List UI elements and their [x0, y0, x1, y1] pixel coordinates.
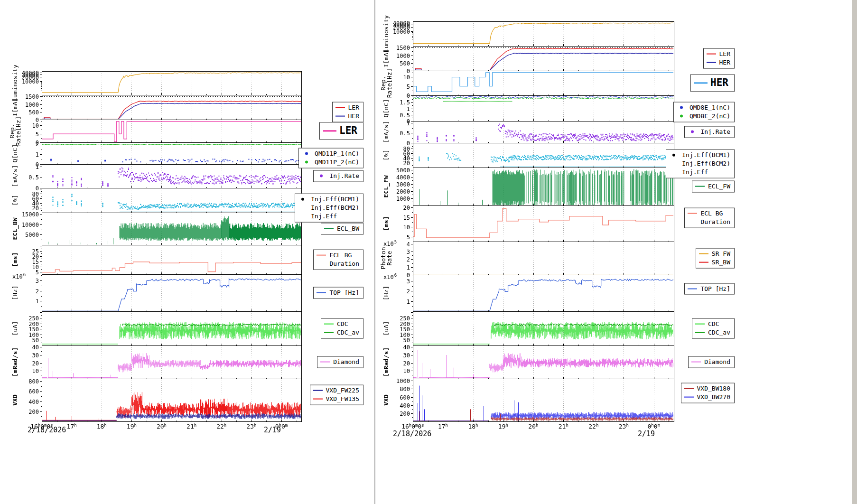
- panel-divider: [374, 0, 375, 504]
- date-start-label: 2/18/2026: [393, 429, 431, 438]
- date-start-label: 2/18/2026: [28, 426, 66, 434]
- date-end-label: 2/19: [264, 426, 281, 434]
- date-end-label: 2/19: [638, 429, 655, 438]
- window-edge: [852, 0, 857, 504]
- monitor-plots-canvas: [0, 0, 857, 504]
- beam-monitor-page: LERHERLERQMD11P_1(nC)QMD11P_2(nC)Inj.Rat…: [0, 0, 857, 504]
